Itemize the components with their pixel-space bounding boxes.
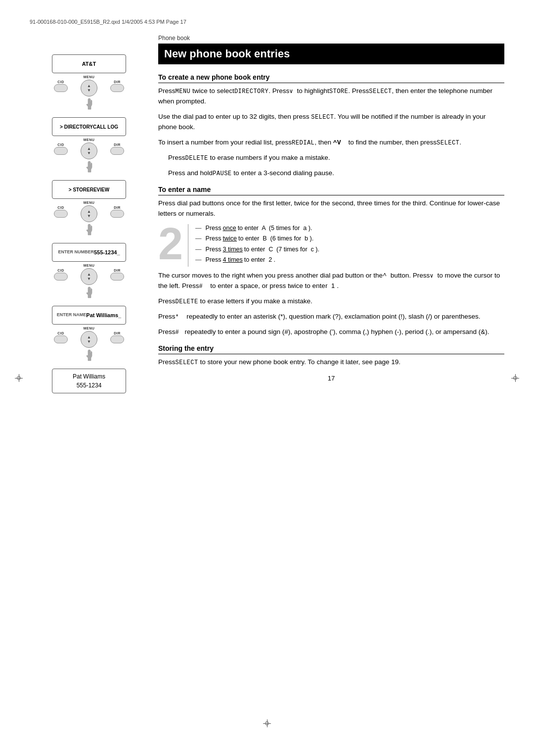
diagram-enter-name: ENTER NAME Pat Williams_ CID MENU ▲▼ bbox=[35, 306, 143, 363]
stored-number: 555-1234 bbox=[55, 381, 123, 390]
center-nav-1: MENU ▲▼ bbox=[81, 75, 97, 96]
btn-dir-oval-2[interactable] bbox=[110, 147, 124, 155]
screen-num-value: 555-1234_ bbox=[94, 249, 120, 256]
delete-key-2: DELETE bbox=[176, 298, 198, 305]
nav-button-4[interactable]: ▲▼ bbox=[81, 268, 97, 285]
hand-icon-5 bbox=[83, 349, 95, 363]
header-text: 91-000168-010-000_E5915B_R2.qxd 1/4/2005… bbox=[30, 19, 186, 25]
section-storing: Storing the entry PressSELECT to store y… bbox=[158, 344, 504, 368]
diagram-att: AT&T CID MENU ▲▼ DIR bbox=[35, 54, 143, 111]
diagram-directory: > DIRECTORY CALL LOG CID MENU ▲▼ bbox=[35, 117, 143, 174]
btn-cid-label-3: CID bbox=[57, 206, 64, 209]
reg-mark-right bbox=[511, 374, 519, 382]
btn-dir-label-5: DIR bbox=[114, 331, 121, 335]
center-nav-5: MENU ▲▼ bbox=[81, 327, 97, 348]
menu-key: MENU bbox=[176, 88, 191, 95]
btn-cid-oval-2[interactable] bbox=[54, 147, 68, 155]
screen-enter-number: ENTER NUMBER 555-1234_ bbox=[52, 243, 126, 262]
create-para2: Use the dial pad to enter up to 32 digit… bbox=[158, 112, 504, 133]
hand-icon-4 bbox=[83, 286, 95, 300]
btn-cid-oval-4[interactable] bbox=[54, 273, 68, 281]
big-digit-2: 2 bbox=[158, 222, 183, 266]
btn-dir-5: DIR bbox=[110, 331, 124, 343]
nav-arrows-4: ▲▼ bbox=[87, 272, 91, 281]
v-key-2: ∨ bbox=[430, 273, 434, 280]
name-para5: Press# repeatedly to enter a pound sign … bbox=[158, 327, 504, 337]
section-name-heading: To enter a name bbox=[158, 186, 504, 195]
key-entries-list: Press once to enter A (5 times for a ). … bbox=[188, 224, 504, 267]
btn-cid-oval-5[interactable] bbox=[54, 335, 68, 343]
btn-menu-label-4: MENU bbox=[84, 264, 95, 267]
nav-button-1[interactable]: ▲▼ bbox=[81, 80, 97, 96]
screen-att-text: AT&T bbox=[82, 60, 96, 67]
name-para3: PressDELETE to erase letters if you make… bbox=[158, 296, 504, 307]
btn-dir-oval-5[interactable] bbox=[110, 335, 124, 343]
header-line: 91-000168-010-000_E5915B_R2.qxd 1/4/2005… bbox=[30, 19, 504, 25]
name-para2: The cursor moves to the right when you p… bbox=[158, 271, 504, 292]
delete-key-1: DELETE bbox=[185, 155, 208, 162]
btn-cid-oval-3[interactable] bbox=[54, 210, 68, 218]
btn-dir-2: DIR bbox=[110, 143, 124, 155]
stored-entry-box: Pat Williams 555-1234 bbox=[52, 369, 126, 393]
select-key-2: SELECT bbox=[311, 114, 334, 121]
create-para3: To insert a number from your redial list… bbox=[158, 138, 504, 148]
nav-button-5[interactable]: ▲▼ bbox=[81, 331, 97, 348]
page-content: AT&T CID MENU ▲▼ DIR bbox=[30, 35, 504, 726]
key-entry-3: Press 3 times to enter C (7 times for c … bbox=[195, 245, 504, 254]
directory-key: DIRECTORY bbox=[234, 88, 268, 95]
diagram-store: > STORE REVIEW CID MENU ▲▼ bbox=[35, 180, 143, 237]
caret-key: ^ bbox=[383, 272, 387, 280]
pause-key: PAUSE bbox=[213, 170, 232, 177]
nav-keys: ^V bbox=[333, 139, 341, 146]
key-entry-4: Press 4 times to enter 2 . bbox=[195, 256, 504, 265]
redial-key: REDIAL bbox=[292, 140, 314, 146]
key-entries-container: 2 Press once to enter A (5 times for a )… bbox=[158, 224, 504, 267]
nav-button-2[interactable]: ▲▼ bbox=[81, 142, 97, 159]
nav-arrows-3: ▲▼ bbox=[87, 209, 91, 218]
btn-dir-oval-3[interactable] bbox=[110, 210, 124, 218]
btn-cid-oval-1[interactable] bbox=[54, 84, 68, 92]
btn-menu-label-5: MENU bbox=[84, 327, 95, 330]
btn-cid-4: CID bbox=[54, 269, 68, 281]
btn-cid-1: CID bbox=[54, 80, 68, 92]
center-nav-4: MENU ▲▼ bbox=[81, 264, 97, 285]
btn-dir-label-4: DIR bbox=[114, 269, 121, 272]
4times-text: 4 times bbox=[223, 256, 243, 265]
screen-dir-line1: > DIRECTORY bbox=[60, 124, 93, 130]
page-title: New phone book entries bbox=[158, 44, 504, 64]
diagram-stored: Pat Williams 555-1234 bbox=[35, 369, 143, 393]
btn-cid-label-1: CID bbox=[57, 80, 64, 84]
buttons-row-2: CID MENU ▲▼ DIR bbox=[52, 138, 126, 159]
select-key-3: SELECT bbox=[437, 140, 459, 146]
section-storing-heading: Storing the entry bbox=[158, 344, 504, 354]
create-para5: Press and holdPAUSE to enter a 3-second … bbox=[168, 168, 504, 179]
select-key-store: SELECT bbox=[176, 359, 198, 366]
star-key: * bbox=[176, 314, 179, 321]
screen-name-label: ENTER NAME bbox=[57, 312, 87, 318]
section-create-entry: To create a new phone book entry PressME… bbox=[158, 73, 504, 179]
hand-icon-2 bbox=[83, 160, 95, 174]
btn-dir-oval-4[interactable] bbox=[110, 273, 124, 281]
nav-button-3[interactable]: ▲▼ bbox=[81, 205, 97, 222]
btn-dir-label-1: DIR bbox=[114, 80, 121, 84]
diagrams-wrapper: AT&T CID MENU ▲▼ DIR bbox=[35, 49, 143, 399]
btn-cid-3: CID bbox=[54, 206, 68, 218]
select-key-1: SELECT bbox=[369, 88, 392, 95]
btn-menu-label-2: MENU bbox=[84, 138, 95, 142]
btn-dir-1: DIR bbox=[110, 80, 124, 92]
reg-mark-left bbox=[15, 374, 23, 382]
key-entry-1: Press once to enter A (5 times for a ). bbox=[195, 224, 504, 233]
hash-key-2: # bbox=[176, 329, 179, 336]
key-entries-layout: 2 Press once to enter A (5 times for a )… bbox=[158, 224, 504, 267]
btn-dir-4: DIR bbox=[110, 269, 124, 281]
store-key: STORE bbox=[329, 88, 349, 95]
screen-enter-name: ENTER NAME Pat Williams_ bbox=[52, 306, 126, 325]
screen-directory: > DIRECTORY CALL LOG bbox=[52, 117, 126, 136]
key-entry-2: Press twice to enter B (6 times for b ). bbox=[195, 235, 504, 243]
btn-cid-label-2: CID bbox=[57, 143, 64, 146]
btn-dir-oval-1[interactable] bbox=[110, 84, 124, 92]
screen-name-value: Pat Williams_ bbox=[86, 312, 121, 319]
btn-menu-label-1: MENU bbox=[84, 75, 95, 79]
buttons-row-3: CID MENU ▲▼ DIR bbox=[52, 201, 126, 222]
section-enter-name: To enter a name Press dial pad buttons o… bbox=[158, 186, 504, 337]
